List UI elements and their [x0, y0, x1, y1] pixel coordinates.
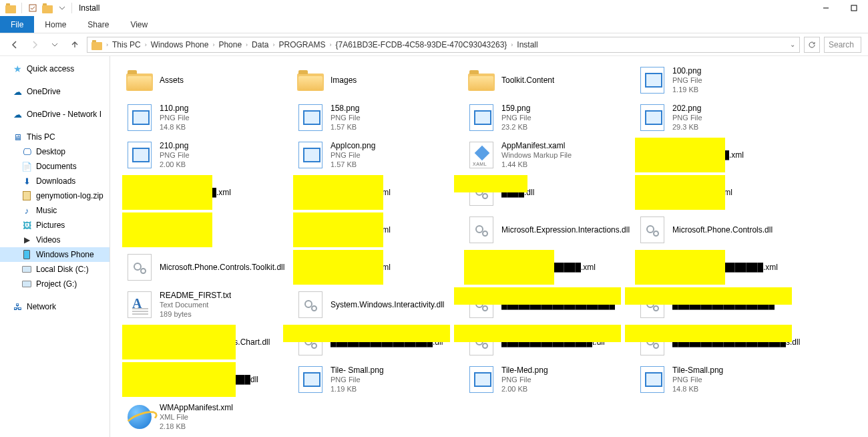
file-size: 29.3 KB — [672, 123, 702, 132]
breadcrumb-segment[interactable]: Windows Phone — [151, 40, 209, 49]
addr-dropdown-chevron-icon[interactable]: ⌄ — [790, 41, 795, 48]
file-item[interactable]: 110.pngPNG File14.8 KB — [122, 99, 293, 136]
nav-music[interactable]: ♪Music — [0, 203, 110, 218]
file-item[interactable]: ████████████████t.dll — [464, 323, 635, 361]
breadcrumb-segment[interactable]: Phone — [218, 40, 242, 49]
file-item[interactable]: Microsoft.Phone.Controls.Toolkit.dll — [122, 249, 293, 286]
file-tab[interactable]: File — [0, 16, 34, 33]
file-item[interactable]: AREADME_FIRST.txtText Document189 bytes — [122, 286, 293, 323]
star-icon: ★ — [12, 63, 23, 74]
chevron-right-icon[interactable]: › — [272, 41, 274, 48]
nav-disk-c[interactable]: Local Disk (C:) — [0, 262, 110, 277]
file-item[interactable]: Microsoft.Phone.Controls.dll — [635, 211, 806, 249]
nav-documents[interactable]: 📄Documents — [0, 159, 110, 174]
file-item[interactable]: ████████.xml — [635, 174, 806, 211]
view-tab[interactable]: View — [120, 16, 158, 33]
file-type: PNG File — [160, 114, 190, 123]
phone-icon — [21, 249, 32, 260]
file-item[interactable]: ████.dll — [464, 174, 635, 211]
file-item[interactable]: System.Windows.Interactivity.dll — [293, 286, 464, 323]
nav-this-pc[interactable]: 🖥This PC — [0, 130, 110, 144]
search-input[interactable]: Search — [824, 37, 861, 53]
properties-icon[interactable] — [26, 1, 39, 15]
file-item[interactable]: ████████████████dll — [122, 361, 293, 398]
file-size: 14.8 KB — [672, 385, 723, 394]
chevron-right-icon[interactable]: › — [246, 41, 248, 48]
file-item[interactable]: 159.pngPNG File23.2 KB — [464, 99, 635, 136]
file-item[interactable]: Assets — [122, 61, 293, 99]
file-item[interactable]: Tile- Small.pngPNG File1.19 KB — [293, 361, 464, 398]
file-item[interactable]: 158.pngPNG File1.57 KB — [293, 99, 464, 136]
nav-videos[interactable]: ▶Videos — [0, 233, 110, 247]
file-item[interactable]: 100.pngPNG File1.19 KB — [635, 61, 806, 99]
forward-button[interactable] — [27, 37, 43, 53]
file-meta: Tile-Med.pngPNG File2.00 KB — [501, 366, 548, 394]
file-name: WMAppManifest.xml — [160, 403, 233, 413]
back-button[interactable] — [7, 37, 23, 53]
minimize-button[interactable] — [812, 0, 840, 16]
file-meta: 202.pngPNG File29.3 KB — [672, 104, 702, 132]
refresh-button[interactable] — [804, 37, 820, 53]
file-type: Windows Markup File — [501, 151, 572, 160]
file-item[interactable]: ████████.xml — [293, 249, 464, 286]
chevron-right-icon[interactable]: › — [212, 41, 214, 48]
nav-onedrive[interactable]: ☁OneDrive — [0, 84, 110, 99]
file-item[interactable]: WMAppManifest.xmlXML File2.18 KB — [122, 398, 293, 436]
window-title: Install — [79, 3, 99, 13]
breadcrumb-segment[interactable]: Install — [517, 40, 537, 49]
music-icon: ♪ — [21, 205, 32, 216]
chevron-right-icon[interactable]: › — [106, 41, 108, 48]
nav-downloads[interactable]: ⬇Downloads — [0, 174, 110, 188]
file-item[interactable]: ██████████████████ — [635, 286, 806, 323]
nav-windows-phone[interactable]: Windows Phone — [0, 247, 110, 262]
png-icon — [297, 366, 324, 393]
file-item[interactable]: ████████████████████ — [464, 286, 635, 323]
recent-locations-chevron-icon[interactable] — [47, 37, 63, 53]
file-item[interactable]: Tile-Med.pngPNG File2.00 KB — [464, 361, 635, 398]
nav-onedrive-network[interactable]: ☁OneDrive - Network I — [0, 107, 110, 122]
svg-rect-2 — [851, 5, 857, 11]
breadcrumb-segment[interactable]: PROGRAMS — [278, 40, 325, 49]
chevron-right-icon[interactable]: › — [511, 41, 513, 48]
file-item[interactable]: 210.pngPNG File2.00 KB — [122, 136, 293, 174]
chevron-right-icon[interactable]: › — [145, 41, 147, 48]
maximize-button[interactable] — [840, 0, 868, 16]
address-bar[interactable]: › This PC› Windows Phone› Phone› Data› P… — [87, 37, 800, 53]
file-item[interactable]: AppIcon.pngPNG File1.57 KB — [293, 136, 464, 174]
file-item[interactable]: ████████████████████s.dll — [635, 323, 806, 361]
file-item[interactable]: ████████████ols.Chart.dll — [122, 323, 293, 361]
file-item[interactable]: ████████████████.xml — [635, 249, 806, 286]
home-tab[interactable]: Home — [34, 16, 77, 33]
nav-quick-access[interactable]: ★Quick access — [0, 61, 110, 76]
file-item[interactable]: Tile-Small.pngPNG File14.8 KB — [635, 361, 806, 398]
nav-desktop[interactable]: 🖵Desktop — [0, 144, 110, 159]
breadcrumb-segment[interactable]: {7A61BD3E-FCDB-4C58-93DE-470C93043263} — [335, 40, 507, 49]
files-grid: AssetsImagesToolkit.Content100.pngPNG Fi… — [122, 61, 868, 436]
file-item[interactable]: Microsoft.Expression.Interactions.dll — [464, 211, 635, 249]
breadcrumb-segment[interactable]: Data — [252, 40, 268, 49]
nav-pictures[interactable]: 🖼Pictures — [0, 218, 110, 233]
nav-disk-g[interactable]: Project (G:) — [0, 277, 110, 291]
qat-chevron-icon[interactable] — [55, 1, 69, 15]
breadcrumb-segment[interactable]: This PC — [112, 40, 141, 49]
nav-network[interactable]: 🖧Network — [0, 299, 110, 314]
file-size: 14.8 KB — [160, 123, 190, 132]
file-item[interactable]: Toolkit.Content — [464, 61, 635, 99]
titlebar: Install — [0, 0, 868, 16]
file-item[interactable]: ██████████.xml — [122, 174, 293, 211]
file-item[interactable]: 202.pngPNG File29.3 KB — [635, 99, 806, 136]
share-tab[interactable]: Share — [77, 16, 120, 33]
file-item[interactable]: ██████████████.xml — [464, 249, 635, 286]
file-item[interactable]: ████████.xml — [293, 174, 464, 211]
nav-geny-zip[interactable]: genymotion-log.zip — [0, 188, 110, 203]
desktop-icon: 🖵 — [21, 146, 32, 157]
up-button[interactable] — [67, 37, 83, 53]
file-item[interactable]: ████████.xml — [293, 211, 464, 249]
file-item[interactable]: Images — [293, 61, 464, 99]
file-item[interactable]: ██████████.xml — [635, 136, 806, 174]
file-item[interactable]: ██████████████████.dll — [293, 323, 464, 361]
file-item[interactable]: XAMLAppManifest.xamlWindows Markup File1… — [464, 136, 635, 174]
file-item[interactable]: ████████ — [122, 211, 293, 249]
chevron-right-icon[interactable]: › — [329, 41, 331, 48]
new-folder-icon[interactable] — [41, 1, 54, 15]
